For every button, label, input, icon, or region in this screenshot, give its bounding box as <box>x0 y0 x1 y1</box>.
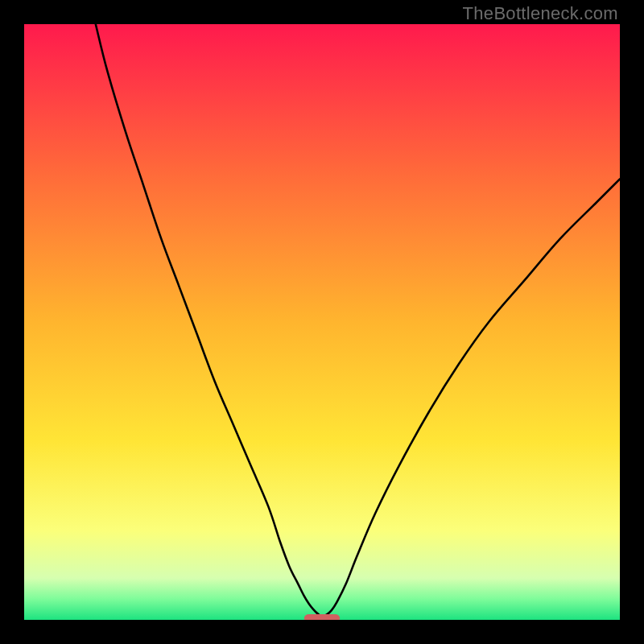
gradient-background <box>24 24 620 620</box>
plot-area <box>24 24 620 620</box>
watermark-text: TheBottleneck.com <box>463 3 618 24</box>
min-point-marker <box>304 614 340 620</box>
outer-frame: TheBottleneck.com <box>0 0 644 644</box>
chart-svg <box>24 24 620 620</box>
